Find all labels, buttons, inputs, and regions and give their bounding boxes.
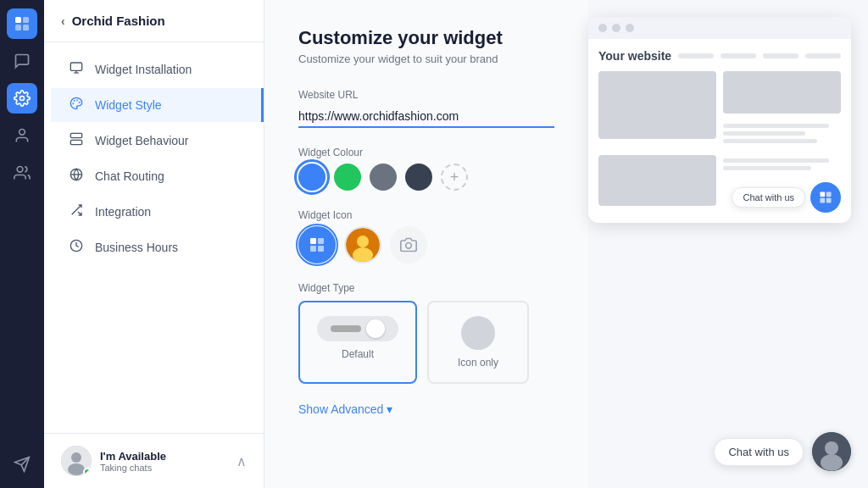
- user-info-container: I'm Available Taking chats: [61, 446, 166, 476]
- send-nav-icon[interactable]: [7, 449, 37, 480]
- content-line-3: [723, 139, 817, 143]
- user-name: I'm Available: [100, 450, 166, 463]
- bottom-line-1: [723, 158, 829, 163]
- sidebar: ‹ Orchid Fashion Widget Installation: [44, 0, 264, 488]
- widget-types: Default Icon only: [298, 301, 554, 384]
- svg-rect-37: [826, 198, 832, 203]
- sidebar-item-business-hours-label: Business Hours: [95, 241, 178, 254]
- sidebar-item-widget-behaviour-label: Widget Behaviour: [95, 134, 189, 147]
- icon-option-camera[interactable]: [390, 226, 427, 263]
- sidebar-item-business-hours[interactable]: Business Hours: [51, 230, 257, 264]
- show-advanced-button[interactable]: Show Advanced ▾: [298, 402, 554, 416]
- sidebar-item-widget-style-label: Widget Style: [95, 98, 162, 112]
- sidebar-nav: Widget Installation Widget Style: [44, 42, 264, 433]
- svg-point-40: [821, 454, 843, 471]
- content-line-1: [723, 124, 829, 128]
- main-content: Customize your widget Customize your wid…: [264, 0, 588, 488]
- title-line-4: [805, 53, 841, 58]
- teams-nav-icon[interactable]: [7, 158, 37, 188]
- content-block-1: [598, 71, 716, 139]
- browser-dot-1: [598, 24, 607, 32]
- svg-point-14: [74, 101, 75, 102]
- svg-rect-34: [820, 191, 825, 197]
- svg-rect-29: [318, 246, 324, 252]
- widget-behaviour-icon: [68, 132, 85, 149]
- sidebar-title: Orchid Fashion: [72, 14, 165, 28]
- content-lines: [723, 119, 841, 148]
- sidebar-item-widget-installation[interactable]: Widget Installation: [51, 53, 257, 86]
- back-icon[interactable]: ‹: [61, 14, 65, 28]
- color-swatch-blue[interactable]: [298, 164, 326, 191]
- color-swatch-gray[interactable]: [370, 164, 397, 191]
- svg-point-25: [68, 463, 85, 475]
- browser-bar: [588, 17, 851, 39]
- widget-type-section: Widget Type Default Icon only: [298, 282, 554, 384]
- svg-rect-2: [15, 25, 21, 30]
- icon-bar: [0, 0, 44, 488]
- show-advanced-label: Show Advanced: [298, 402, 383, 416]
- preview-chat-bubble: Chat with us: [732, 187, 805, 208]
- website-url-label: Website URL: [298, 89, 554, 101]
- sidebar-item-chat-routing-label: Chat Routing: [95, 169, 164, 183]
- svg-point-4: [20, 97, 25, 101]
- bottom-line-2: [723, 166, 811, 170]
- svg-point-39: [825, 441, 838, 455]
- page-title: Customize your widget: [298, 27, 554, 49]
- svg-rect-27: [318, 238, 324, 244]
- chat-nav-icon[interactable]: [7, 46, 37, 76]
- integration-icon: [68, 203, 85, 220]
- svg-point-33: [406, 243, 412, 249]
- color-add-button[interactable]: +: [441, 164, 468, 191]
- website-title: Your website: [598, 49, 841, 63]
- chat-routing-icon: [68, 168, 85, 185]
- contacts-nav-icon[interactable]: [7, 120, 37, 151]
- widget-type-icon-only-label: Icon only: [458, 357, 498, 369]
- sidebar-item-widget-behaviour[interactable]: Widget Behaviour: [51, 124, 257, 158]
- user-status: Taking chats: [100, 463, 166, 473]
- widget-type-default-label: Default: [342, 348, 374, 360]
- logo-icon[interactable]: [7, 8, 37, 39]
- color-swatch-green[interactable]: [334, 164, 361, 191]
- website-url-section: Website URL: [298, 89, 554, 128]
- color-swatches: +: [298, 164, 554, 191]
- svg-rect-16: [70, 133, 81, 137]
- svg-rect-0: [15, 17, 21, 23]
- widget-installation-icon: [68, 61, 85, 78]
- content-line-2: [723, 131, 805, 136]
- chevron-up-icon[interactable]: ∧: [236, 453, 247, 469]
- icon-option-avatar[interactable]: [344, 226, 381, 263]
- business-hours-icon: [68, 239, 85, 256]
- content-grid-top: [598, 71, 841, 148]
- browser-mockup: Your website: [588, 17, 851, 223]
- widget-icon-section: Widget Icon: [298, 209, 554, 263]
- browser-content: Your website: [588, 39, 851, 223]
- widget-icon-label: Widget Icon: [298, 209, 554, 221]
- title-line-1: [678, 53, 714, 58]
- svg-point-13: [79, 103, 80, 103]
- sidebar-footer: I'm Available Taking chats ∧: [44, 433, 264, 488]
- svg-rect-36: [820, 198, 825, 203]
- svg-point-31: [357, 236, 369, 247]
- color-swatch-dark[interactable]: [405, 164, 432, 191]
- sidebar-item-integration-label: Integration: [95, 205, 151, 219]
- preview-chat-button[interactable]: [810, 182, 841, 213]
- widget-type-icon-only[interactable]: Icon only: [427, 301, 529, 384]
- svg-point-15: [73, 103, 74, 104]
- settings-nav-icon[interactable]: [7, 83, 37, 114]
- page-chat-bubble[interactable]: Chat with us: [714, 438, 804, 466]
- icon-options: [298, 226, 554, 263]
- browser-dot-3: [626, 24, 634, 32]
- sidebar-item-integration[interactable]: Integration: [51, 195, 257, 229]
- title-line-2: [721, 53, 756, 58]
- page-chat-avatar[interactable]: [812, 432, 851, 471]
- preview-panel: Your website: [588, 0, 868, 488]
- website-url-input[interactable]: [298, 106, 554, 128]
- svg-point-12: [77, 100, 78, 101]
- widget-type-default[interactable]: Default: [298, 301, 417, 384]
- icon-option-logo[interactable]: [298, 226, 336, 263]
- widget-colour-section: Widget Colour +: [298, 147, 554, 191]
- sidebar-item-chat-routing[interactable]: Chat Routing: [51, 159, 257, 193]
- svg-point-5: [19, 130, 25, 136]
- svg-rect-28: [310, 246, 316, 252]
- sidebar-item-widget-style[interactable]: Widget Style: [51, 88, 264, 122]
